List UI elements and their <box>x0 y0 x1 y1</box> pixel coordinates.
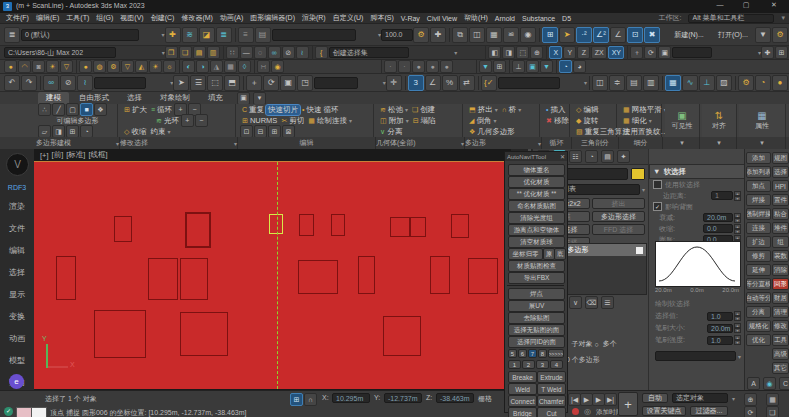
disc-icon[interactable]: ◍ <box>93 60 106 73</box>
scene-explorer-icon[interactable]: ≣ <box>4 27 20 43</box>
coordsys-arrow2[interactable]: ▾ <box>381 79 386 86</box>
workspace-selector[interactable]: Alt 菜单和工具栏 <box>688 14 774 23</box>
scale-icon[interactable]: ▣ <box>658 46 671 59</box>
rtb-a-button[interactable]: A <box>747 377 760 390</box>
tp-weld-button[interactable]: Weld <box>508 383 537 395</box>
rtb-camera-icon[interactable]: ◉ <box>763 377 776 390</box>
stack-icon[interactable]: ≡ <box>238 27 254 43</box>
arch-icon[interactable]: ◠ <box>18 60 31 73</box>
tp-id2-button[interactable]: 2 <box>522 360 535 369</box>
diamond-icon[interactable]: ◊ <box>238 60 251 73</box>
ring-shrink-icon[interactable]: − <box>195 114 208 127</box>
edge-subobject-icon[interactable]: ╱ <box>52 103 65 116</box>
zoom-nav-icon[interactable]: ⊕ <box>744 393 757 406</box>
rtb-col2-button[interactable]: 装数 <box>772 250 789 262</box>
archive-icon[interactable]: ▥ <box>207 46 220 59</box>
nurms-button[interactable]: ⊞NURMS <box>240 116 279 126</box>
ribbon-tab-populate[interactable]: 填充 <box>200 92 231 104</box>
tp-cut-button[interactable]: Cut <box>537 407 566 417</box>
angle-icon[interactable]: ∠ <box>610 27 626 43</box>
brush-size-field[interactable]: 20.0m <box>707 324 733 333</box>
collapse-button[interactable]: ⊟塌陷 <box>411 116 438 126</box>
region-right-icon[interactable]: ◨ <box>502 46 515 59</box>
ribbon-minimize-icon[interactable]: ▣ <box>237 92 250 105</box>
object-color-swatch[interactable] <box>631 168 645 180</box>
axis-z-button[interactable]: Z <box>577 46 590 59</box>
selected-spline-line[interactable] <box>277 162 278 389</box>
region-left-icon[interactable]: ◧ <box>488 46 501 59</box>
tessellate-button[interactable]: ▦细化▾ <box>621 116 654 126</box>
layer-explorer-icon[interactable]: ▤ <box>626 75 642 91</box>
select-region-icon[interactable]: ⬚ <box>207 75 223 91</box>
sidebar-item-edit[interactable]: 编辑 <box>0 245 34 256</box>
bind-spacewarp-icon[interactable]: ≀ <box>296 46 309 59</box>
extrude-mod-button[interactable]: 挤出 <box>592 198 645 209</box>
rtb-col2-button[interactable]: 清理 <box>772 306 789 318</box>
pinch-spinner[interactable]: ▴▾ <box>734 224 741 234</box>
rtb-optimize-button[interactable]: 优化 <box>746 334 771 346</box>
reference-coordsys-dropdown[interactable] <box>672 47 712 58</box>
align-big-button[interactable]: ⇅ 对齐 <box>702 104 737 137</box>
film-icon[interactable]: ● <box>79 60 92 73</box>
named-selection-set-field[interactable] <box>272 29 356 41</box>
menu-civil-view[interactable]: Civil View <box>427 15 457 22</box>
tp-optimize-material-button[interactable]: 优化材质 <box>508 176 565 188</box>
menu-animation[interactable]: 动画(A) <box>220 13 243 23</box>
tp-remove-maps-button[interactable]: 去除贴图 <box>508 312 565 324</box>
prism-icon[interactable]: ◭ <box>135 60 148 73</box>
group-label-properties[interactable]: ▾ <box>739 137 786 149</box>
sphere1-icon[interactable]: ● <box>412 60 425 73</box>
group-label-geometry-all[interactable]: 几何体(全部)▾ <box>376 137 465 149</box>
snaps-toggle-icon[interactable]: ⊞ <box>542 27 558 43</box>
percent-spinner[interactable]: 100.0 <box>381 29 413 41</box>
tp-clear-material-balls-button[interactable]: 清空材质球 <box>508 236 565 248</box>
remove-button[interactable]: ✖移除 <box>544 116 571 126</box>
tp-select-same-id-faces-button[interactable]: 选择同ID的面 <box>508 336 565 348</box>
tp-id6-button[interactable]: 6 <box>518 349 527 358</box>
mirror-icon[interactable]: ◫ <box>469 27 485 43</box>
orbit-nav-icon[interactable]: ⟳ <box>744 406 757 417</box>
group-label-polygons[interactable]: 多边形▾ <box>465 137 542 149</box>
sphere2-icon[interactable]: ● <box>426 60 439 73</box>
axis-x-button[interactable]: X <box>549 46 562 59</box>
angle-snap-icon[interactable]: ∠ <box>425 75 441 91</box>
group-label-poly-modeling[interactable]: 多边形建模▾ <box>36 137 120 149</box>
menu-create[interactable]: 创建(C) <box>151 13 175 23</box>
rtb-divide-button[interactable]: 等分直板 <box>746 278 771 290</box>
half-sphere-icon[interactable]: ◐ <box>182 60 195 73</box>
brush-strength-field[interactable]: 1.0 <box>707 336 733 345</box>
grid-icon[interactable]: ⊞ <box>775 46 788 59</box>
export-icon[interactable]: ❏ <box>179 46 192 59</box>
render-setup-icon[interactable]: ⚙ <box>738 75 754 91</box>
material-icon[interactable]: ◉ <box>520 27 536 43</box>
tp-id4-button[interactable]: 4 <box>550 360 563 369</box>
group-label-modify-selection[interactable]: 修改选择▾ <box>120 137 238 149</box>
snap-25-toggle-icon[interactable]: ·² <box>576 27 592 43</box>
menu-tools[interactable]: 工具(T) <box>66 13 89 23</box>
rtb-add-list-button[interactable]: 添加列表 <box>746 166 771 178</box>
minimize-button[interactable]: — <box>708 1 732 8</box>
unlink-selection-icon[interactable]: ⊘ <box>60 75 76 91</box>
snap-toggle-3d-icon[interactable]: 3 <box>408 75 424 91</box>
plus-icon[interactable]: ✚ <box>761 46 774 59</box>
group-label-visibility[interactable]: ▾ <box>665 137 700 149</box>
menu-arnold[interactable]: Arnold <box>495 15 515 22</box>
viewport-menu-shading[interactable]: [线框] <box>88 150 107 160</box>
geopoly-button[interactable]: ❖几何多边形 <box>467 127 517 137</box>
gear-icon[interactable]: ⚙ <box>413 27 429 43</box>
tp-break-button[interactable]: Breake <box>508 371 537 383</box>
dot2-icon[interactable]: · <box>398 60 411 73</box>
selection-filter-dropdown[interactable] <box>94 77 146 89</box>
unlink-icon[interactable]: ⊘ <box>282 46 295 59</box>
select-move-icon[interactable]: ＋ <box>246 75 262 91</box>
layer-list-icon[interactable]: ≣ <box>216 27 232 43</box>
rows-icon[interactable]: ▤ <box>255 27 271 43</box>
spinner-snap-toggle-icon[interactable]: ⊡ <box>627 27 643 43</box>
radio-multi-label[interactable]: 多个 <box>603 339 617 349</box>
use-displacement-button[interactable]: 使用置换纹… <box>621 127 670 137</box>
merge-icon[interactable]: ▤ <box>193 46 206 59</box>
grid2-icon[interactable]: ⊞ <box>493 60 506 73</box>
create-layer-icon[interactable]: ✚ <box>165 27 181 43</box>
edit-tri-button[interactable]: ◇编辑 <box>574 105 600 115</box>
viewport-menu-view[interactable]: [前] <box>52 150 64 160</box>
